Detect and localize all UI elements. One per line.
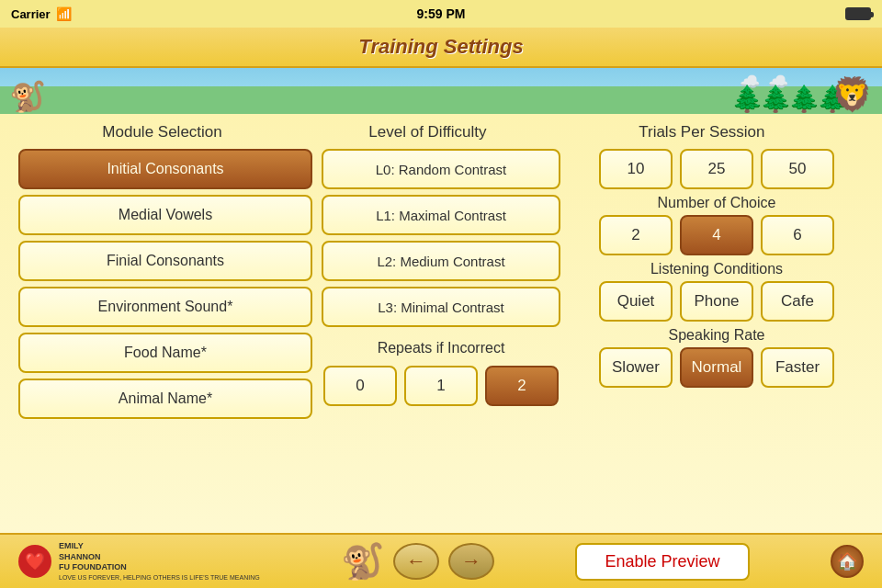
listening-buttons-row: Quiet Phone Cafe	[570, 281, 864, 322]
logo-line2: Shannon	[59, 552, 260, 563]
monkey-decoration-header: 🐒	[9, 79, 46, 114]
trials-buttons-row: 10 25 50	[570, 149, 864, 189]
back-button[interactable]: ←	[393, 543, 439, 580]
trees-decoration: 🌲🌲🌲🌲	[731, 84, 845, 114]
main-content: Module Selection Level of Difficulty Tri…	[0, 114, 882, 533]
speaking-rate-buttons-row: Slower Normal Faster	[570, 347, 864, 388]
module-btn-medial-vowels[interactable]: Medial Vowels	[18, 195, 312, 235]
module-btn-environment-sound[interactable]: Environment Sound*	[18, 287, 312, 327]
bottom-bar: ❤️ Emily Shannon Fu Foundation Love us F…	[0, 533, 882, 588]
level-btn-l2[interactable]: L2: Medium Contrast	[322, 241, 560, 281]
logo-tagline: Love us Forever, Helping others is life'…	[59, 573, 260, 582]
navigation-area: 🐒 ← →	[341, 541, 494, 582]
repeats-buttons-row: 0 1 2	[322, 366, 560, 406]
level-btn-l1[interactable]: L1: Maximal Contrast	[322, 195, 560, 235]
repeats-if-incorrect-label: Repeats if Incorrect	[322, 333, 560, 360]
trials-btn-25[interactable]: 25	[680, 149, 753, 189]
choice-btn-6[interactable]: 6	[761, 215, 834, 255]
page-title: Training Settings	[358, 35, 523, 59]
repeats-btn-1[interactable]: 1	[404, 366, 478, 406]
enable-preview-button[interactable]: Enable Preview	[575, 543, 749, 581]
module-btn-animal-name[interactable]: Animal Name*	[18, 379, 312, 419]
module-selection-column: Initial Consonants Medial Vowels Finial …	[18, 149, 312, 419]
logo-text: Emily Shannon Fu Foundation Love us Fore…	[59, 541, 260, 582]
level-btn-l3[interactable]: L3: Minimal Contrast	[322, 287, 560, 327]
status-bar: Carrier 📶 9:59 PM	[0, 0, 882, 28]
listening-conditions-label: Listening Conditions	[570, 261, 864, 277]
module-btn-final-consonants[interactable]: Finial Consonants	[18, 241, 312, 281]
level-btn-l0[interactable]: L0: Random Contrast	[322, 149, 560, 189]
choice-buttons-row: 2 4 6	[570, 215, 864, 255]
carrier-label: Carrier	[11, 7, 51, 21]
module-selection-header: Module Selection	[18, 123, 306, 141]
forward-button[interactable]: →	[448, 543, 494, 580]
listening-btn-quiet[interactable]: Quiet	[599, 281, 673, 322]
settings-grid: Initial Consonants Medial Vowels Finial …	[18, 149, 864, 419]
logo-line3: Fu Foundation	[59, 562, 260, 573]
trials-btn-10[interactable]: 10	[599, 149, 673, 189]
battery-icon	[845, 7, 871, 20]
logo-area: ❤️ Emily Shannon Fu Foundation Love us F…	[18, 541, 260, 582]
bear-decoration: 🦁	[831, 75, 873, 114]
repeats-btn-2[interactable]: 2	[485, 366, 559, 406]
number-of-choice-label: Number of Choice	[570, 195, 864, 211]
module-btn-initial-consonants[interactable]: Initial Consonants	[18, 149, 312, 189]
logo-line1: Emily	[59, 541, 260, 552]
right-settings-column: 10 25 50 Number of Choice 2 4 6 Listenin…	[560, 149, 864, 419]
header-decoration: ☁️ ☁️ 🌲🌲🌲🌲 🦁 🐒	[0, 68, 882, 114]
listening-btn-phone[interactable]: Phone	[680, 281, 753, 322]
choice-btn-4[interactable]: 4	[680, 215, 753, 255]
level-difficulty-column: L0: Random Contrast L1: Maximal Contrast…	[312, 149, 560, 419]
bottom-monkey-icon: 🐒	[341, 541, 384, 582]
logo-heart-icon: ❤️	[18, 545, 51, 578]
speaking-rate-label: Speaking Rate	[570, 327, 864, 344]
title-bar: Training Settings	[0, 28, 882, 68]
speaking-btn-faster[interactable]: Faster	[761, 347, 834, 388]
status-time: 9:59 PM	[417, 6, 466, 21]
status-right	[845, 7, 871, 20]
wifi-icon: 📶	[56, 6, 72, 21]
trials-btn-50[interactable]: 50	[761, 149, 834, 189]
module-btn-food-name[interactable]: Food Name*	[18, 333, 312, 373]
level-difficulty-header: Level of Difficulty	[306, 123, 540, 141]
home-button[interactable]: 🏠	[831, 545, 864, 578]
speaking-btn-normal[interactable]: Normal	[680, 347, 753, 388]
column-headers: Module Selection Level of Difficulty Tri…	[18, 123, 864, 141]
choice-btn-2[interactable]: 2	[599, 215, 673, 255]
repeats-btn-0[interactable]: 0	[323, 366, 397, 406]
status-left: Carrier 📶	[11, 6, 72, 21]
speaking-btn-slower[interactable]: Slower	[599, 347, 673, 388]
listening-btn-cafe[interactable]: Cafe	[761, 281, 834, 322]
trials-per-session-header: Trials Per Session	[540, 123, 864, 141]
